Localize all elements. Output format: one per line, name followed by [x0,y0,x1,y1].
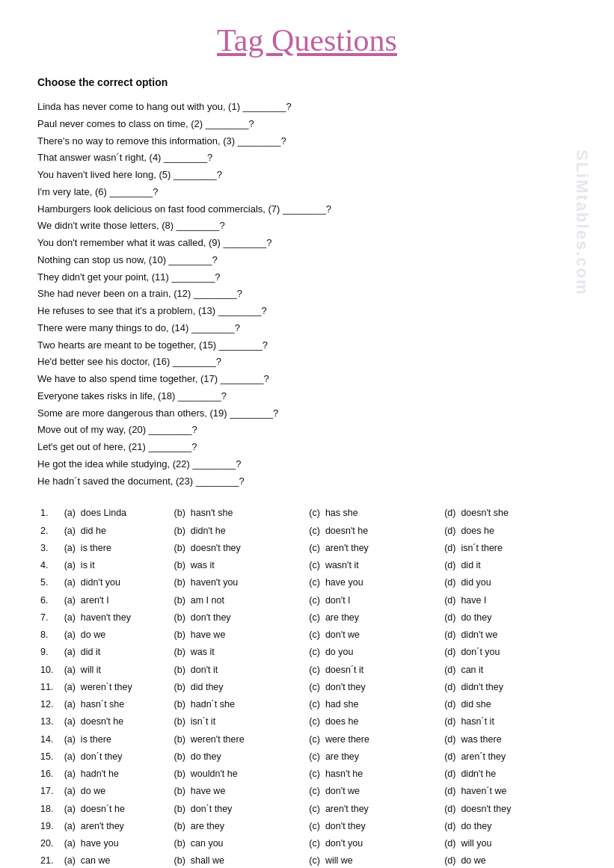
page-title: Tag Questions [37,22,577,58]
answer-d: (d) haven´t we [441,783,577,800]
question-4: That answer wasn´t right, (4) ________? [37,150,577,167]
answer-d: (d) do they [441,609,577,627]
answer-d: (d) didn't he [441,766,577,783]
answer-num: 3. [37,540,61,557]
answer-row-13: 13. (a) doesn't he (b) isn´t it (c) does… [37,713,577,730]
answer-b: (b) don't they [171,609,307,627]
answer-a: (a) do we [61,627,171,644]
question-17: We have to also spend time together, (17… [37,371,577,388]
question-8: We didn't write those letters, (8) _____… [37,218,577,235]
answer-b: (b) wouldn't he [171,766,307,783]
answer-c: (c) aren't they [306,801,441,818]
answer-b: (b) don't it [171,662,307,679]
answer-a: (a) do we [61,783,171,800]
answer-row-6: 6. (a) aren't I (b) am I not (c) don't I… [37,592,577,609]
question-2: Paul never comes to class on time, (2) _… [37,116,577,133]
question-11: They didn't get your point, (11) _______… [37,269,577,286]
answer-b: (b) hasn't she [171,505,307,522]
answer-row-3: 3. (a) is there (b) doesn't they (c) are… [37,540,577,557]
answer-c: (c) don't we [306,627,441,644]
question-10: Nothing can stop us now, (10) ________? [37,252,577,269]
answer-d: (d) doesn't they [441,801,577,818]
question-14: There were many things to do, (14) _____… [37,320,577,337]
answer-d: (d) hasn´t it [441,713,577,730]
answer-c: (c) have you [306,574,441,591]
answer-a: (a) aren't they [61,818,171,835]
answer-d: (d) have I [441,592,577,609]
answer-row-2: 2. (a) did he (b) didn't he (c) doesn't … [37,523,577,540]
answer-num: 20. [37,835,61,852]
answer-b: (b) doesn't they [171,540,307,557]
answer-num: 15. [37,748,61,766]
answer-d: (d) do we [441,852,577,868]
answer-d: (d) do they [441,818,577,835]
question-3: There's no way to remove this informatio… [37,133,577,150]
answer-num: 6. [37,592,61,609]
answer-num: 17. [37,783,61,800]
answer-c: (c) aren't they [306,540,441,557]
answer-num: 1. [37,505,61,522]
answer-a: (a) can we [61,852,171,868]
answer-c: (c) don't you [306,835,441,852]
answer-c: (c) hasn't he [306,766,441,783]
answer-c: (c) wasn't it [306,557,441,574]
answer-num: 11. [37,679,61,696]
answer-c: (c) are they [306,609,441,627]
answer-row-11: 11. (a) weren´t they (b) did they (c) do… [37,679,577,696]
answer-a: (a) is there [61,731,171,748]
question-12: She had never been on a train, (12) ____… [37,286,577,303]
answer-num: 13. [37,713,61,730]
answer-d: (d) aren´t they [441,748,577,766]
answer-num: 16. [37,766,61,783]
answer-b: (b) do they [171,748,307,766]
answers-table: 1. (a) does Linda (b) hasn't she (c) has… [37,505,577,868]
answer-row-9: 9. (a) did it (b) was it (c) do you (d) … [37,644,577,661]
answer-b: (b) have we [171,783,307,800]
answer-a: (a) hasn´t she [61,696,171,713]
question-5: You haven't lived here long, (5) _______… [37,167,577,184]
answer-row-5: 5. (a) didn't you (b) haven't you (c) ha… [37,574,577,591]
answer-d: (d) isn´t there [441,540,577,557]
answer-num: 4. [37,557,61,574]
answer-a: (a) will it [61,662,171,679]
answer-row-12: 12. (a) hasn´t she (b) hadn´t she (c) ha… [37,696,577,713]
answer-b: (b) am I not [171,592,307,609]
answer-num: 9. [37,644,61,661]
answer-row-18: 18. (a) doesn´t he (b) don´t they (c) ar… [37,801,577,818]
question-22: He got the idea while studying, (22) ___… [37,456,577,473]
answer-d: (d) can it [441,662,577,679]
answer-d: (d) doesn't she [441,505,577,522]
answer-row-17: 17. (a) do we (b) have we (c) don't we (… [37,783,577,800]
question-7: Hamburgers look delicious on fast food c… [37,201,577,218]
answer-a: (a) don´t they [61,748,171,766]
answer-b: (b) weren't there [171,731,307,748]
answer-b: (b) was it [171,644,307,661]
answer-row-1: 1. (a) does Linda (b) hasn't she (c) has… [37,505,577,522]
question-20: Move out of my way, (20) ________? [37,422,577,439]
answer-c: (c) had she [306,696,441,713]
answer-d: (d) did you [441,574,577,591]
answer-a: (a) did it [61,644,171,661]
answer-row-16: 16. (a) hadn't he (b) wouldn't he (c) ha… [37,766,577,783]
answer-row-21: 21. (a) can we (b) shall we (c) will we … [37,852,577,868]
answer-b: (b) don´t they [171,801,307,818]
answer-c: (c) does he [306,713,441,730]
question-15: Two hearts are meant to be together, (15… [37,337,577,354]
answer-num: 19. [37,818,61,835]
answer-c: (c) don't they [306,818,441,835]
answer-row-7: 7. (a) haven't they (b) don't they (c) a… [37,609,577,627]
answer-c: (c) doesn't he [306,523,441,540]
answer-row-15: 15. (a) don´t they (b) do they (c) are t… [37,748,577,766]
answer-d: (d) didn't we [441,627,577,644]
answer-b: (b) didn't he [171,523,307,540]
answer-num: 2. [37,523,61,540]
question-6: I'm very late, (6) ________? [37,184,577,201]
answer-a: (a) weren´t they [61,679,171,696]
answer-c: (c) do you [306,644,441,661]
questions-section: Linda has never come to hang out with yo… [37,99,577,490]
answer-num: 7. [37,609,61,627]
answer-a: (a) doesn´t he [61,801,171,818]
answer-d: (d) was there [441,731,577,748]
answer-b: (b) haven't you [171,574,307,591]
answer-row-8: 8. (a) do we (b) have we (c) don't we (d… [37,627,577,644]
